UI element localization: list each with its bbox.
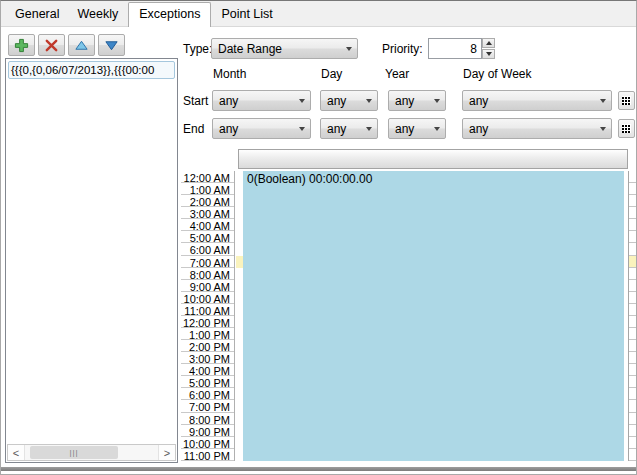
spin-down-button[interactable] — [482, 49, 495, 59]
time-label: 9:00 PM — [181, 425, 234, 437]
schedule-grid-cell[interactable] — [629, 195, 636, 207]
schedule-grid-cell[interactable] — [629, 219, 636, 231]
schedule-grid-cell[interactable] — [629, 400, 636, 412]
window-bottom-edge — [1, 467, 636, 471]
tab-weekly[interactable]: Weekly — [69, 3, 126, 26]
chevron-down-icon — [299, 127, 305, 131]
time-label: 6:00 AM — [181, 243, 234, 255]
time-label: 5:00 PM — [181, 376, 234, 388]
time-label: 10:00 AM — [181, 292, 234, 304]
tab-point-list[interactable]: Point List — [213, 3, 280, 26]
time-label: 7:00 PM — [181, 400, 234, 412]
end-day-value: any — [327, 122, 346, 136]
priority-input[interactable] — [428, 38, 482, 59]
schedule-grid-cell[interactable] — [629, 340, 636, 352]
grip-icon: ||| — [69, 448, 78, 457]
time-label: 12:00 PM — [181, 316, 234, 328]
schedule-grid-cell[interactable] — [629, 352, 636, 364]
priority-label: Priority: — [382, 42, 423, 56]
add-exception-button[interactable] — [8, 34, 35, 56]
schedule-grid-cell[interactable] — [629, 243, 636, 255]
schedule-column-header[interactable] — [238, 149, 628, 169]
scroll-left-button[interactable]: < — [8, 445, 25, 460]
move-up-button[interactable] — [68, 34, 95, 56]
time-label: 11:00 PM — [181, 449, 234, 461]
schedule-grid-cell[interactable] — [629, 183, 636, 195]
time-label: 2:00 PM — [181, 340, 234, 352]
schedule-grid-cell[interactable] — [629, 256, 636, 268]
type-label: Type: — [183, 42, 212, 56]
start-day-of-week-value: any — [469, 94, 488, 108]
schedule-grid-cell[interactable] — [629, 388, 636, 400]
day-column-header: Day — [321, 67, 342, 81]
time-label: 1:00 AM — [181, 183, 234, 195]
plus-icon — [14, 38, 29, 53]
schedule-grid-cell[interactable] — [629, 231, 636, 243]
time-label: 3:00 PM — [181, 352, 234, 364]
grid-icon — [622, 124, 631, 133]
scrollbar-thumb[interactable]: ||| — [30, 446, 118, 459]
schedule-grid-cell[interactable] — [629, 292, 636, 304]
schedule-grid-cell[interactable] — [629, 376, 636, 388]
time-label: 9:00 AM — [181, 280, 234, 292]
grid-right-strip — [628, 171, 637, 461]
start-row-label: Start — [183, 94, 208, 108]
time-label: 10:00 PM — [181, 437, 234, 449]
spin-up-button[interactable] — [482, 38, 495, 48]
chevron-right-icon: > — [164, 447, 170, 459]
start-year-dropdown[interactable]: any — [388, 90, 446, 111]
schedule-event-block[interactable]: 0(Boolean) 00:00:00.00 — [243, 171, 624, 461]
chevron-down-icon — [600, 99, 606, 103]
triangle-up-icon — [486, 41, 492, 45]
horizontal-scrollbar[interactable]: < ||| > — [7, 444, 176, 461]
time-label: 1:00 PM — [181, 328, 234, 340]
time-label: 11:00 AM — [181, 304, 234, 316]
time-label: 8:00 PM — [181, 413, 234, 425]
delete-exception-button[interactable] — [38, 34, 65, 56]
end-row-label: End — [183, 122, 204, 136]
scroll-right-button[interactable]: > — [158, 445, 175, 460]
start-day-dropdown[interactable]: any — [320, 90, 378, 111]
start-day-of-week-dropdown[interactable]: any — [462, 90, 612, 111]
end-month-value: any — [219, 122, 238, 136]
start-date-picker-button[interactable] — [618, 91, 635, 110]
tab-exceptions[interactable]: Exceptions — [128, 2, 211, 27]
end-day-of-week-value: any — [469, 122, 488, 136]
current-time-gutter-highlight — [236, 256, 243, 268]
schedule-grid-cell[interactable] — [629, 316, 636, 328]
time-label: 12:00 AM — [181, 171, 234, 183]
time-label: 2:00 AM — [181, 195, 234, 207]
time-labels-column: 12:00 AM1:00 AM2:00 AM3:00 AM4:00 AM5:00… — [181, 171, 235, 461]
schedule-grid-cell[interactable] — [629, 171, 636, 183]
schedule-grid-cell[interactable] — [629, 449, 636, 461]
time-label: 8:00 AM — [181, 268, 234, 280]
schedule-grid-cell[interactable] — [629, 413, 636, 425]
schedule-grid-cell[interactable] — [629, 437, 636, 449]
end-day-dropdown[interactable]: any — [320, 118, 378, 139]
end-year-dropdown[interactable]: any — [388, 118, 446, 139]
move-down-button[interactable] — [98, 34, 125, 56]
schedule-exceptions-window: General Weekly Exceptions Point List {{{… — [0, 0, 637, 475]
schedule-grid-cell[interactable] — [629, 364, 636, 376]
schedule-grid-cell[interactable] — [629, 280, 636, 292]
chevron-down-icon — [299, 99, 305, 103]
schedule-grid-cell[interactable] — [629, 268, 636, 280]
schedule-grid-cell[interactable] — [629, 425, 636, 437]
schedule-grid-cell[interactable] — [629, 328, 636, 340]
end-day-of-week-dropdown[interactable]: any — [462, 118, 612, 139]
schedule-grid-cell[interactable] — [629, 304, 636, 316]
time-label: 4:00 AM — [181, 219, 234, 231]
chevron-down-icon — [434, 127, 440, 131]
chevron-down-icon — [346, 47, 352, 51]
type-dropdown[interactable]: Date Range — [211, 38, 358, 59]
exception-list-item[interactable]: {{{0,{0,06/07/2013}},{{{00:00 — [8, 61, 175, 79]
time-label: 4:00 PM — [181, 364, 234, 376]
end-month-dropdown[interactable]: any — [212, 118, 311, 139]
time-label: 5:00 AM — [181, 231, 234, 243]
schedule-grid-cell[interactable] — [629, 207, 636, 219]
grid-left-gutter — [236, 171, 243, 461]
end-date-picker-button[interactable] — [618, 119, 635, 138]
tab-general[interactable]: General — [7, 3, 67, 26]
start-month-dropdown[interactable]: any — [212, 90, 311, 111]
chevron-down-icon — [600, 127, 606, 131]
